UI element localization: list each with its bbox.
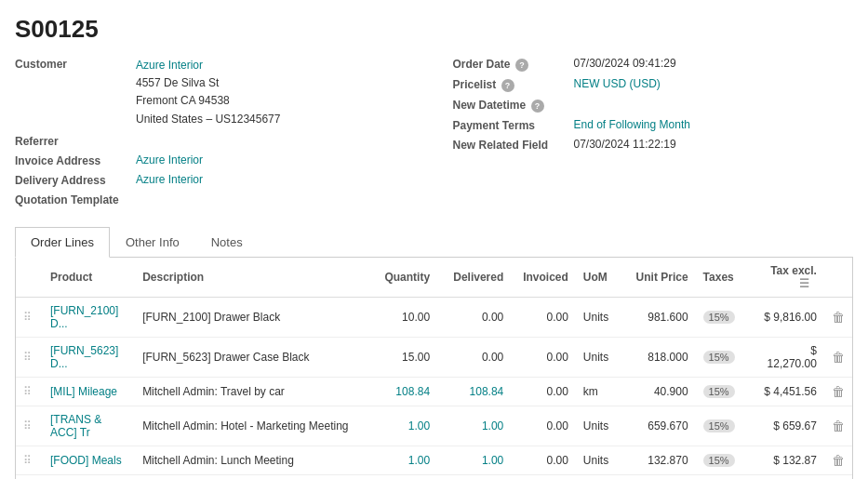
order-lines-table: Product Description Quantity Delivered I…	[16, 258, 852, 475]
table-row: ⠿ [TRANS & ACC] Tr Mitchell Admin: Hotel…	[16, 406, 852, 446]
tax-badge: 15%	[703, 454, 735, 467]
quantity-cell: 1.00	[364, 406, 437, 446]
description-cell: Mitchell Admin: Travel by car	[135, 377, 364, 406]
tab-content: Product Description Quantity Delivered I…	[15, 258, 853, 479]
invoiced-cell: 0.00	[511, 337, 576, 377]
delete-row-button[interactable]: 🗑	[832, 310, 845, 325]
col-delivered: Delivered	[437, 258, 511, 298]
taxes-cell: 15%	[696, 297, 751, 337]
footer-actions: Add a product Add a section Add a note C…	[16, 475, 852, 479]
description-cell: Mitchell Admin: Lunch Meeting	[135, 446, 364, 474]
order-date-field: Order Date ? 07/30/2024 09:41:29	[453, 57, 854, 72]
table-row: ⠿ [MIL] Mileage Mitchell Admin: Travel b…	[16, 377, 852, 406]
col-drag	[16, 258, 43, 298]
col-unit-price: Unit Price	[621, 258, 695, 298]
product-link[interactable]: [FURN_5623] D...	[50, 344, 118, 370]
col-invoiced: Invoiced	[511, 258, 576, 298]
col-description: Description	[135, 258, 364, 298]
delete-cell: 🗑	[824, 406, 852, 446]
col-delete	[824, 258, 852, 298]
delivery-address-value[interactable]: Azure Interior	[136, 173, 203, 186]
table-header-row: Product Description Quantity Delivered I…	[16, 258, 852, 298]
delete-row-button[interactable]: 🗑	[832, 384, 845, 399]
referrer-field: Referrer	[15, 134, 416, 148]
quotation-template-label: Quotation Template	[15, 193, 136, 206]
tab-notes[interactable]: Notes	[195, 227, 259, 258]
payment-terms-value[interactable]: End of Following Month	[574, 118, 690, 131]
invoiced-cell: 0.00	[511, 297, 576, 337]
tax-excl-cell: $ 659.67	[751, 406, 824, 446]
uom-cell: km	[576, 377, 621, 406]
new-datetime-help-icon[interactable]: ?	[531, 100, 544, 113]
new-related-field-value: 07/30/2024 11:22:19	[574, 138, 676, 151]
new-datetime-field: New Datetime ?	[453, 98, 854, 113]
product-link[interactable]: [MIL] Mileage	[50, 385, 117, 398]
col-taxes: Taxes	[696, 258, 751, 298]
pricelist-help-icon[interactable]: ?	[501, 79, 514, 92]
drag-handle[interactable]: ⠿	[16, 337, 43, 377]
uom-cell: Units	[576, 297, 621, 337]
uom-cell: Units	[576, 337, 621, 377]
form-right: Order Date ? 07/30/2024 09:41:29 Priceli…	[453, 57, 854, 212]
unit-price-cell: 659.670	[621, 406, 695, 446]
unit-price-cell: 40.900	[621, 377, 695, 406]
delete-row-button[interactable]: 🗑	[832, 453, 845, 468]
product-cell: [TRANS & ACC] Tr	[43, 406, 135, 446]
quantity-cell: 108.84	[364, 377, 437, 406]
customer-address1: 4557 De Silva St	[136, 74, 280, 92]
quotation-template-field: Quotation Template	[15, 193, 416, 206]
quantity-cell: 15.00	[364, 337, 437, 377]
delete-row-button[interactable]: 🗑	[832, 350, 845, 365]
col-uom: UoM	[576, 258, 621, 298]
delivery-address-label: Delivery Address	[15, 173, 136, 187]
invoice-address-value[interactable]: Azure Interior	[136, 153, 203, 166]
drag-handle[interactable]: ⠿	[16, 377, 43, 406]
payment-terms-field: Payment Terms End of Following Month	[453, 118, 854, 132]
table-row: ⠿ [FURN_2100] D... [FURN_2100] Drawer Bl…	[16, 297, 852, 337]
product-cell: [FURN_2100] D...	[43, 297, 135, 337]
form-left: Customer Azure Interior 4557 De Silva St…	[15, 57, 416, 212]
delete-cell: 🗑	[824, 337, 852, 377]
description-cell: Mitchell Admin: Hotel - Marketing Meetin…	[135, 406, 364, 446]
drag-handle[interactable]: ⠿	[16, 446, 43, 474]
settings-icon[interactable]: ☰	[799, 277, 809, 290]
tax-excl-cell: $ 4,451.56	[751, 377, 824, 406]
order-date-label: Order Date ?	[453, 57, 574, 72]
invoiced-cell: 0.00	[511, 377, 576, 406]
pricelist-value[interactable]: NEW USD (USD)	[574, 77, 661, 90]
referrer-label: Referrer	[15, 134, 136, 148]
delivered-cell: 0.00	[437, 297, 511, 337]
tab-other-info[interactable]: Other Info	[110, 227, 195, 258]
invoiced-cell: 0.00	[511, 406, 576, 446]
product-link[interactable]: [TRANS & ACC] Tr	[50, 413, 101, 439]
tax-badge: 15%	[703, 311, 735, 324]
tax-excl-cell: $ 12,270.00	[751, 337, 824, 377]
quantity-cell: 1.00	[364, 446, 437, 474]
tax-excl-cell: $ 132.87	[751, 446, 824, 474]
drag-handle[interactable]: ⠿	[16, 297, 43, 337]
product-link[interactable]: [FOOD] Meals	[50, 454, 122, 467]
description-cell: [FURN_5623] Drawer Case Black	[135, 337, 364, 377]
delivered-cell: 1.00	[437, 446, 511, 474]
pricelist-field: Pricelist ? NEW USD (USD)	[453, 77, 854, 92]
table-row: ⠿ [FOOD] Meals Mitchell Admin: Lunch Mee…	[16, 446, 852, 474]
unit-price-cell: 981.600	[621, 297, 695, 337]
col-product: Product	[43, 258, 135, 298]
product-link[interactable]: [FURN_2100] D...	[50, 304, 118, 330]
delete-cell: 🗑	[824, 297, 852, 337]
form-section: Customer Azure Interior 4557 De Silva St…	[15, 57, 853, 212]
delete-cell: 🗑	[824, 377, 852, 406]
invoice-address-label: Invoice Address	[15, 153, 136, 167]
order-date-help-icon[interactable]: ?	[515, 59, 528, 72]
customer-field: Customer Azure Interior 4557 De Silva St…	[15, 57, 416, 128]
drag-handle[interactable]: ⠿	[16, 406, 43, 446]
product-cell: [FOOD] Meals	[43, 446, 135, 474]
customer-label: Customer	[15, 57, 136, 71]
delete-row-button[interactable]: 🗑	[832, 419, 845, 433]
customer-name[interactable]: Azure Interior	[136, 57, 280, 74]
description-cell: [FURN_2100] Drawer Black	[135, 297, 364, 337]
tab-order-lines[interactable]: Order Lines	[15, 227, 110, 258]
uom-cell: Units	[576, 406, 621, 446]
new-related-field-label: New Related Field	[453, 138, 574, 152]
product-cell: [FURN_5623] D...	[43, 337, 135, 377]
